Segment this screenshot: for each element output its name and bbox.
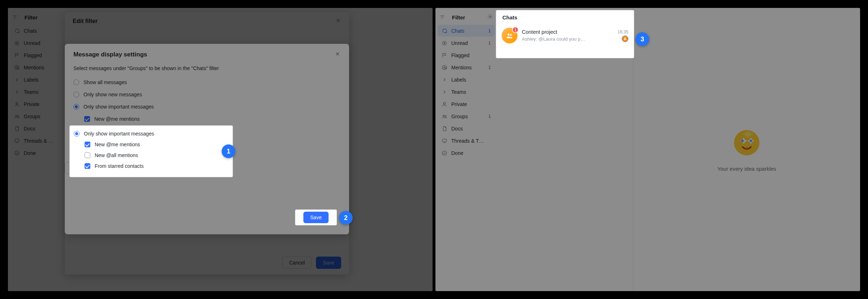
close-icon[interactable] (335, 51, 340, 59)
sidebar-item-label: Docs (451, 126, 463, 132)
checkbox-label: From starred contacts (94, 141, 143, 146)
svg-point-19 (508, 33, 510, 35)
checkbox-starred[interactable]: From starred contacts (73, 137, 340, 150)
svg-point-15 (443, 115, 444, 116)
sidebar-item-count: 1 (488, 28, 491, 33)
checkbox-label: New @all mentions (94, 128, 138, 134)
sidebar-item-label: Unread (451, 40, 468, 46)
chat-time: 16:35 (617, 28, 628, 33)
svg-point-16 (445, 115, 446, 116)
thread-icon (441, 138, 448, 144)
sidebar-item-groups[interactable]: Groups1 (438, 110, 494, 122)
radio-do-not-show[interactable]: Do not show (73, 150, 340, 162)
svg-rect-17 (443, 139, 447, 142)
message-display-title: Message display settings (73, 51, 147, 58)
sidebar-item-label: Teams (451, 89, 466, 95)
svg-point-20 (510, 33, 512, 35)
person-icon (441, 101, 448, 107)
chat-title: Content project (522, 28, 557, 34)
right-screenshot: Filter Chats1 Unread1 Flagged Mentions1 … (435, 8, 860, 291)
callout-1: 1 (222, 144, 235, 158)
sidebar: Filter Chats1 Unread1 Flagged Mentions1 … (435, 8, 497, 291)
sidebar-item-label: Labels (451, 77, 466, 83)
chevron-right-icon (441, 89, 448, 95)
svg-point-22 (741, 139, 744, 142)
checkbox-at-all[interactable]: New @all mentions (73, 125, 340, 137)
flag-icon (441, 52, 448, 59)
svg-point-9 (489, 16, 491, 17)
empty-state-text: Your every idea sparkles (717, 166, 776, 172)
chevron-right-icon (441, 77, 448, 83)
sidebar-item-label: Chats (451, 28, 465, 34)
sidebar-item-teams[interactable]: Teams (438, 86, 494, 98)
sidebar-item-label: Threads & T… (451, 138, 484, 144)
radio-only-important[interactable]: Only show important messages (73, 101, 340, 113)
cancel-button[interactable]: Cancel (65, 162, 94, 174)
sidebar-item-threads[interactable]: Threads & T… (438, 135, 494, 147)
sidebar-item-chats[interactable]: Chats1 (438, 25, 494, 37)
radio-icon (73, 92, 79, 97)
chat-icon (441, 28, 448, 34)
sidebar-item-count: 1 (488, 114, 491, 119)
left-screenshot: Filter Chats Unread Flagged Mentions Lab… (8, 8, 433, 291)
checkbox-at-me[interactable]: New @me mentions (73, 113, 340, 125)
radio-label: Only show important messages (83, 104, 154, 110)
radio-icon (73, 79, 79, 85)
sidebar-item-label: Done (451, 150, 463, 156)
chat-list-title: Chats (497, 8, 633, 22)
unread-badge: 1 (512, 26, 519, 32)
callout-3: 3 (636, 32, 649, 46)
gear-icon[interactable] (487, 14, 493, 21)
svg-point-14 (443, 102, 445, 104)
sidebar-item-count: 1 (488, 65, 491, 70)
sidebar-header: Filter (435, 10, 497, 24)
chat-row[interactable]: 1 Content project 16:35 Ashley: @Laura c… (497, 22, 633, 47)
options-list: Show all messages Only show new messages… (65, 76, 349, 162)
sidebar-item-mentions[interactable]: Mentions1 (438, 61, 494, 73)
sidebar-item-label: Mentions (451, 65, 472, 70)
sparkle-emoji-icon (732, 128, 762, 158)
unread-icon (441, 40, 448, 46)
svg-point-11 (444, 42, 445, 44)
sidebar-item-label: Flagged (451, 52, 470, 58)
radio-label: Only show new messages (83, 92, 142, 97)
radio-icon (73, 104, 79, 110)
callout-2: 2 (339, 211, 353, 225)
checkbox-label: New @me mentions (94, 116, 140, 122)
radio-label: Do not show (83, 153, 112, 158)
chat-meta: Content project 16:35 Ashley: @Laura cou… (522, 28, 628, 41)
svg-point-13 (444, 67, 445, 68)
chat-avatar: 1 (502, 27, 517, 42)
mention-badge: A (621, 34, 628, 41)
checkbox-icon (84, 116, 90, 122)
mention-icon (441, 64, 448, 71)
filter-icon (439, 14, 446, 20)
svg-point-18 (442, 151, 447, 155)
svg-point-23 (750, 139, 752, 142)
radio-label: Show all messages (83, 79, 127, 85)
message-display-desc: Select messages under "Groups" to be sho… (65, 65, 349, 76)
sidebar-item-unread[interactable]: Unread1 (438, 37, 494, 49)
empty-main-area: Your every idea sparkles (633, 8, 860, 291)
sidebar-item-count: 1 (488, 40, 491, 46)
sidebar-item-labels[interactable]: Labels (438, 74, 494, 86)
doc-icon (441, 125, 448, 132)
done-icon (441, 150, 448, 156)
people-icon (441, 113, 448, 120)
save-button[interactable]: Save (96, 162, 121, 174)
radio-only-new[interactable]: Only show new messages (73, 88, 340, 101)
radio-show-all[interactable]: Show all messages (73, 76, 340, 88)
sidebar-title: Filter (452, 14, 465, 20)
message-display-modal: Message display settings Select messages… (65, 44, 349, 234)
sidebar-item-docs[interactable]: Docs (438, 123, 494, 134)
sidebar-item-private[interactable]: Private (438, 98, 494, 110)
radio-icon (73, 153, 79, 158)
sidebar-item-label: Groups (451, 114, 468, 119)
checkbox-icon (84, 128, 90, 134)
checkbox-icon (84, 141, 90, 146)
chat-preview: Ashley: @Laura could you p… (522, 35, 619, 41)
sidebar-item-flagged[interactable]: Flagged (438, 49, 494, 61)
sidebar-item-label: Private (451, 101, 467, 107)
chat-list-column: Chats 1 Content project 16:35 Ashley: @L… (497, 8, 633, 291)
sidebar-item-done[interactable]: Done (438, 147, 494, 159)
